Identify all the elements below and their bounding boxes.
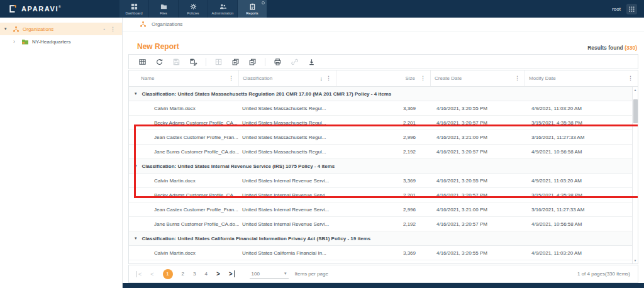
page-summary: 1 of 4 pages(330 items) (577, 271, 630, 277)
column-menu-icon[interactable]: ⋮ (514, 75, 521, 81)
cell-name: Jane Burns Customer Profile_CA.do... (129, 221, 239, 227)
collapse-group-icon[interactable]: ▾ (135, 91, 137, 96)
cell-modify-date: 3/16/2021, 11:27:33 AM (525, 207, 638, 213)
apps-grid-icon (628, 6, 635, 13)
expand-all-icon[interactable] (231, 57, 240, 67)
scrollbar-thumb[interactable] (633, 99, 638, 123)
table-row[interactable]: Jean Castex Customer Profile_Fran... Uni… (129, 202, 638, 217)
last-page-button[interactable]: > (229, 270, 235, 277)
cell-classification: United States Massachusetts Regul... (239, 149, 336, 155)
chevron-right-icon[interactable]: › (13, 38, 18, 45)
current-user[interactable]: root (612, 6, 621, 12)
page-button-2[interactable]: 2 (182, 271, 184, 277)
page-button-4[interactable]: 4 (204, 271, 207, 277)
sort-desc-icon[interactable]: ↓ (320, 75, 323, 82)
cell-create-date: 4/16/2021, 3:20:55 PM (431, 250, 525, 256)
column-header-create-date[interactable]: Create Date ⋮ (431, 70, 525, 86)
cell-modify-date: 4/9/2021, 10:56:58 AM (525, 221, 638, 227)
column-menu-icon[interactable]: ⋮ (627, 75, 634, 81)
refresh-icon[interactable] (155, 57, 164, 67)
tab-policies[interactable]: Policies (179, 0, 208, 18)
cell-modify-date: 3/15/2021, 4:35:38 PM (525, 120, 638, 126)
cell-modify-date: 3/15/2021, 4:35:38 PM (525, 192, 638, 198)
collapse-all-icon[interactable] (248, 57, 257, 67)
item-menu-icon[interactable]: ⋮ (108, 26, 118, 32)
org-tree-sidebar: ▾ Organizations ● ⋮ › NY-Headquarters (0, 18, 123, 288)
columns-icon[interactable] (138, 57, 147, 67)
group-header-row[interactable]: ▾ Classification: United States Internal… (129, 159, 638, 174)
column-header-modify-date[interactable]: Modify Date ⋮ (525, 70, 638, 86)
table-row[interactable]: Calvin Martin.docx United States Califor… (129, 246, 638, 260)
first-page-button[interactable]: < (136, 271, 142, 277)
per-page-value: 100 (252, 271, 260, 277)
column-header-name[interactable]: Name ⋮ (129, 70, 239, 86)
toolbar-divider (206, 58, 206, 66)
breadcrumb-label[interactable]: Organizations (152, 21, 182, 27)
save-icon[interactable] (172, 57, 181, 67)
cell-classification: United States Internal Revenue Servi... (239, 207, 336, 213)
page-button-3[interactable]: 3 (193, 271, 196, 277)
results-found: Results found (330) (587, 45, 637, 51)
items-per-page-select[interactable]: 100 ▾ (250, 270, 289, 279)
table-row[interactable]: Becky Adams Customer Profile_CA... Unite… (129, 188, 638, 202)
tab-dashboard[interactable]: Dashboard (119, 0, 148, 18)
paginator: < < 1 2 3 4 > > 100 ▾ Items per page 1 o… (128, 265, 638, 283)
cell-name: Becky Adams Customer Profile_CA... (129, 120, 239, 126)
tree-item-label: Organizations (23, 26, 53, 32)
footer-bar (123, 283, 644, 288)
collapse-group-icon[interactable]: ▾ (135, 236, 137, 241)
column-header-classification[interactable]: Classification ↓ ⋮ (239, 70, 336, 86)
tab-files[interactable]: Files (149, 0, 178, 18)
link-icon[interactable] (290, 57, 299, 67)
table-row[interactable]: Becky Adams Customer Profile_CA... Unite… (129, 116, 638, 130)
download-icon[interactable] (307, 57, 316, 67)
cell-modify-date: 4/9/2021, 11:03:20 AM (525, 106, 638, 111)
group-header-row[interactable]: ▾ Classification: United States Massachu… (129, 87, 638, 101)
table-row[interactable]: Jane Burns Customer Profile_CA.do... Uni… (129, 145, 638, 159)
scroll-up-icon[interactable]: ▲ (634, 88, 637, 92)
dashboard-icon (131, 3, 138, 10)
organization-icon (13, 26, 19, 33)
table-header-row: Name ⋮ Classification ↓ ⋮ Size ⋮ Create … (129, 70, 638, 87)
cell-name: Jane Burns Customer Profile_CA.do... (129, 149, 239, 155)
report-toolbar (128, 54, 638, 69)
column-menu-icon[interactable]: ⋮ (325, 75, 332, 81)
cell-size: 2,996 (336, 135, 431, 140)
prev-page-button[interactable]: < (150, 271, 153, 277)
results-count: (330) (625, 45, 637, 51)
sidebar-item-organizations[interactable]: ▾ Organizations ● ⋮ (0, 23, 122, 35)
group-header-row[interactable]: ▾ Classification: United States Californ… (129, 231, 638, 246)
tree-item-label: NY-Headquarters (32, 39, 71, 45)
tab-reports[interactable]: Reports (238, 0, 267, 18)
cell-classification: United States Internal Revenue Servi... (239, 192, 336, 198)
column-menu-icon[interactable]: ⋮ (228, 75, 235, 81)
scroll-down-icon[interactable]: ▼ (634, 258, 637, 262)
sidebar-item-ny-headquarters[interactable]: › NY-Headquarters (0, 35, 122, 48)
column-menu-icon[interactable]: ⋮ (419, 75, 426, 81)
apps-menu-button[interactable] (626, 4, 637, 14)
table-row[interactable]: Calvin Martin.docx United States Interna… (129, 174, 638, 188)
cell-size: 2,996 (336, 207, 431, 213)
table-row[interactable]: Becky Adams Customer Profile_CA... Unite… (129, 260, 638, 264)
tab-administration[interactable]: Administration (208, 0, 237, 18)
save-as-icon[interactable] (189, 57, 198, 67)
print-icon[interactable] (273, 57, 282, 67)
layout-icon[interactable] (214, 57, 223, 67)
cell-create-date: 4/16/2021, 3:21:00 PM (431, 207, 525, 213)
column-header-size[interactable]: Size ⋮ (336, 70, 431, 86)
registered-mark: ® (58, 5, 62, 9)
page-button-1[interactable]: 1 (163, 269, 173, 279)
collapse-group-icon[interactable]: ▾ (135, 163, 137, 169)
cell-modify-date: 4/9/2021, 10:56:58 AM (525, 149, 638, 155)
cell-size: 3,369 (336, 106, 431, 111)
caret-down-icon[interactable]: ▾ (4, 26, 9, 31)
vertical-scrollbar[interactable]: ▲ ▼ (632, 87, 638, 263)
table-row[interactable]: Jane Burns Customer Profile_CA.do... Uni… (129, 217, 638, 231)
table-row[interactable]: Calvin Martin.docx United States Massach… (129, 101, 638, 116)
table-row[interactable]: Jean Castex Customer Profile_Fran... Uni… (129, 130, 638, 145)
column-label: Create Date (435, 75, 462, 81)
next-page-button[interactable]: > (216, 270, 220, 277)
cell-modify-date: 3/16/2021, 11:27:33 AM (525, 135, 638, 140)
report-table: Name ⋮ Classification ↓ ⋮ Size ⋮ Create … (128, 70, 638, 264)
main-nav: Dashboard Files Policies Administration (119, 0, 267, 18)
